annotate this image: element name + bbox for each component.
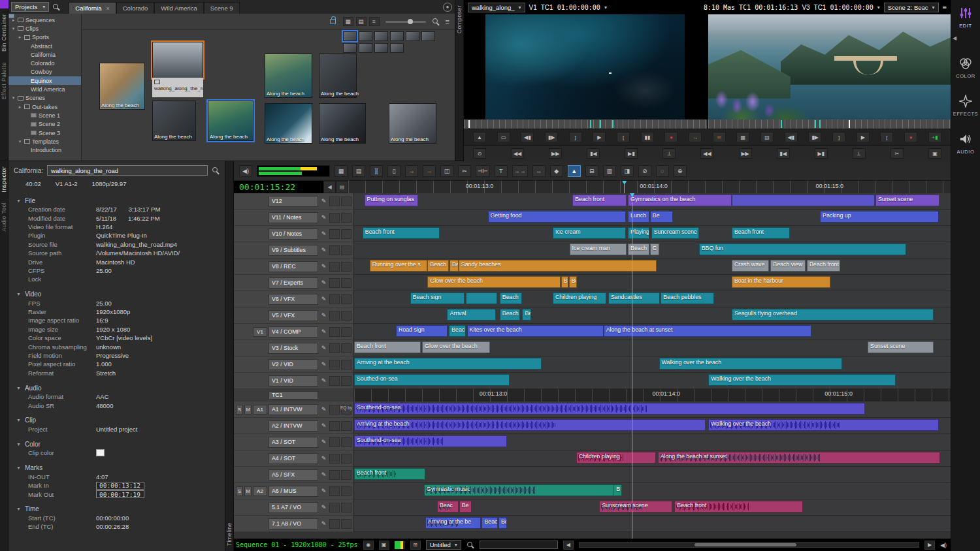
timeline-clip[interactable]: Southend-on-sea: [354, 403, 865, 415]
edit-track-icon[interactable]: ✎: [319, 439, 328, 445]
sidebar-item-scenes[interactable]: ▾Scenes: [8, 94, 81, 102]
timeline-clip[interactable]: Arriving at the beach: [354, 419, 706, 431]
eject-button[interactable]: ▲: [473, 132, 486, 142]
next-edit-button-2[interactable]: ▶▮: [815, 148, 828, 159]
track-monitor-icon[interactable]: [341, 454, 351, 464]
track-lane[interactable]: Arriving at the beBeacBe: [354, 516, 951, 532]
track-monitor-icon[interactable]: [341, 278, 351, 288]
sequence-clip-dropdown[interactable]: Untitled ▾: [426, 540, 461, 550]
edit-track-icon[interactable]: ✎: [319, 345, 328, 351]
ripple-trim-icon[interactable]: →→: [512, 165, 528, 177]
overwrite-button[interactable]: ═: [713, 132, 726, 142]
timeline-clip[interactable]: [732, 195, 875, 206]
rewind-button-2[interactable]: ◀◀: [700, 148, 713, 159]
edit-track-icon[interactable]: ✎: [319, 406, 328, 413]
field-value[interactable]: 00:00:17:19: [96, 490, 144, 498]
track-monitor-icon[interactable]: [341, 245, 351, 255]
focus-button[interactable]: ◉: [363, 541, 374, 550]
track-monitor-icon[interactable]: [341, 343, 351, 353]
sidebar-item-colorado[interactable]: Colorado: [8, 59, 81, 67]
timeline-clip[interactable]: Walking over the beach: [708, 374, 896, 386]
clip-color-swatch[interactable]: [96, 449, 105, 456]
edit-track-icon[interactable]: ✎: [319, 198, 328, 204]
timeline-clip[interactable]: Beach view: [770, 260, 806, 272]
timeline-clip[interactable]: Arriving at the beach: [354, 358, 542, 370]
edit-track-icon[interactable]: ✎: [319, 520, 328, 527]
timeline-clip[interactable]: Be: [498, 517, 507, 529]
marker-icon[interactable]: ◌: [656, 165, 669, 177]
segment-icon[interactable]: ◫: [440, 165, 453, 177]
step-forward-button[interactable]: ▮▶: [545, 132, 558, 142]
scene-dropdown[interactable]: Scene 2: Beac ▾: [884, 3, 939, 12]
mini-thumbnail[interactable]: [390, 43, 404, 53]
clip-thumbnail[interactable]: walking_along_the_road: [152, 42, 203, 78]
mark-in-out-icon[interactable]: ][: [370, 165, 383, 177]
cut-button[interactable]: ✂: [890, 148, 904, 159]
track-lock-icon[interactable]: [329, 486, 340, 496]
projects-dropdown[interactable]: Projects ▾: [11, 2, 49, 12]
tc-prev-icon[interactable]: ◀: [323, 181, 336, 193]
patch-button[interactable]: A1: [253, 405, 267, 415]
sidebar-item-templates[interactable]: ▾Templates: [8, 137, 81, 146]
timeline-search-input[interactable]: [480, 541, 558, 549]
track-lock-icon[interactable]: [329, 245, 340, 255]
track-name-button[interactable]: 5.1 A7 / VO: [269, 502, 318, 513]
effect-palette-tab[interactable]: Effect Palette: [1, 62, 7, 99]
track-name-button[interactable]: 7.1 A8 / VO: [269, 518, 318, 529]
track-lock-icon[interactable]: [329, 213, 340, 223]
bin-search-icon[interactable]: [432, 18, 440, 25]
timeline-clip[interactable]: Along the beach at sunset: [604, 325, 812, 337]
timeline-clip[interactable]: Ice cream: [553, 227, 626, 239]
fast-forward-button[interactable]: ▶▶: [549, 148, 562, 159]
tc-ruler[interactable]: 00:01:13:000:01:14:000:01:15:0: [354, 389, 951, 401]
timeline-clip[interactable]: Be: [459, 501, 472, 512]
track-name-button[interactable]: V3 / Stock: [269, 343, 318, 354]
disable-icon[interactable]: ⊘: [638, 165, 651, 177]
section-header-file[interactable]: ▼File: [8, 196, 225, 205]
track-name-button[interactable]: V9 / Subtitles: [269, 245, 318, 256]
timeline-clip[interactable]: Arriving at the be: [425, 517, 481, 529]
track-lane[interactable]: Children playingAlong the beach at sunse…: [354, 450, 951, 467]
timeline-clip[interactable]: Walking over the beach: [659, 358, 842, 370]
timeline-clip[interactable]: Be: [650, 211, 673, 223]
bin-tab-scene-9[interactable]: Scene 9: [204, 2, 240, 14]
frame-view-icon[interactable]: ▦: [343, 17, 353, 26]
track-lane[interactable]: Arriving at the beachWalking over the be…: [354, 418, 951, 434]
previous-edit-button[interactable]: ▮◀: [587, 148, 600, 159]
track-lock-icon[interactable]: [329, 405, 340, 415]
dual-roller-icon[interactable]: ↔: [532, 165, 546, 177]
clip-thumbnail[interactable]: Along the beach: [152, 101, 196, 141]
audio-meter-mini[interactable]: [395, 541, 405, 549]
timeline-clip[interactable]: Be: [449, 260, 459, 272]
bin-tab-wild-america[interactable]: Wild America: [154, 2, 203, 14]
section-header-marks[interactable]: ▼Marks: [8, 464, 225, 473]
composer-tab[interactable]: Composer: [456, 5, 463, 33]
track-lock-icon[interactable]: [329, 454, 340, 464]
timeline-clip[interactable]: Boat in the harbour: [732, 276, 831, 288]
slip-button[interactable]: ▭: [497, 132, 510, 142]
timeline-clip[interactable]: C: [650, 244, 660, 255]
timeline-clip[interactable]: Southed-on-sea: [354, 374, 510, 386]
record-button-2[interactable]: ●: [904, 132, 917, 142]
list-button[interactable]: ▤: [760, 132, 774, 142]
disclosure-arrow-icon[interactable]: ▸: [18, 35, 22, 40]
track-name-button[interactable]: A1 / INTVW: [269, 404, 318, 415]
toggle-panes-button[interactable]: ⊞: [410, 541, 421, 550]
timeline-clip[interactable]: Arrival: [447, 309, 496, 321]
track-name-button[interactable]: A6 / MUS: [269, 486, 318, 497]
timeline-search-icon[interactable]: [466, 541, 474, 549]
track-lock-icon[interactable]: [329, 262, 340, 272]
splice-in-button[interactable]: →: [689, 132, 702, 142]
track-lane[interactable]: Southed-on-seaWalking over the beach: [354, 373, 951, 389]
track-monitor-icon[interactable]: [341, 437, 351, 447]
record-button[interactable]: ●: [664, 132, 678, 142]
bin-container-tab[interactable]: Bin Container: [1, 14, 7, 52]
record-monitor[interactable]: [708, 14, 951, 119]
timeline-clip[interactable]: Beach sign: [410, 292, 465, 304]
sidebar-item-wild-america[interactable]: Wild America: [8, 85, 81, 93]
timeline-clip[interactable]: Beach: [628, 244, 649, 255]
video-quality-button[interactable]: ▣: [379, 541, 389, 550]
section-header-time[interactable]: ▼Time: [8, 505, 225, 514]
mini-thumbnail[interactable]: [343, 31, 357, 41]
edit-track-icon[interactable]: ✎: [319, 377, 328, 384]
